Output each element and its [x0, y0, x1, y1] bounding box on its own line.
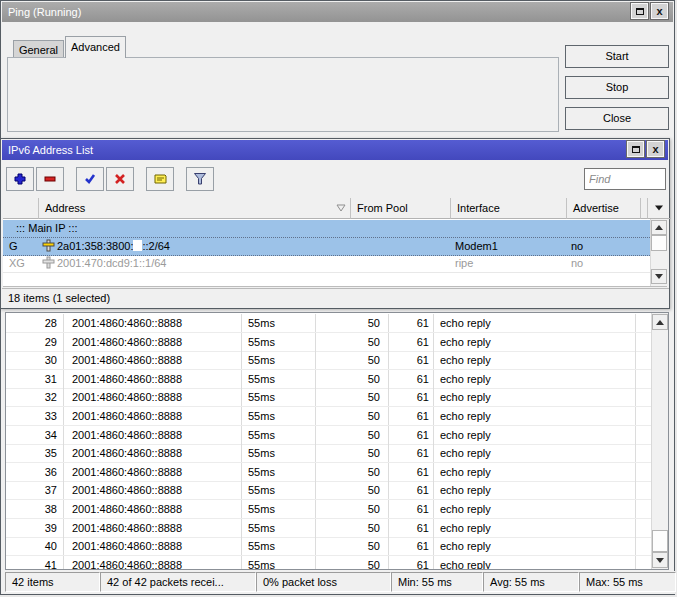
close-button[interactable]: x: [651, 3, 668, 19]
from-pool-cell: [351, 238, 451, 255]
ping-status-cell: echo reply: [434, 407, 636, 425]
scroll-up-icon: [656, 320, 664, 325]
disable-button[interactable]: [106, 167, 134, 191]
address-comment-row[interactable]: ::: Main IP :::: [3, 220, 650, 238]
ping-host-cell: 2001:4860:4860::8888: [64, 519, 242, 537]
status-max: Max: 55 ms: [579, 572, 676, 592]
ping-time-cell: 55ms: [242, 370, 316, 388]
ping-ttl-cell: 61: [389, 426, 434, 444]
flags-column-header[interactable]: [3, 198, 39, 219]
ipv6-titlebar[interactable]: IPv6 Address List: [2, 140, 668, 160]
tab-panel: [7, 57, 559, 132]
remove-button[interactable]: [36, 167, 64, 191]
enable-button[interactable]: [76, 167, 104, 191]
address-column-header[interactable]: Address: [39, 198, 351, 219]
ping-result-row[interactable]: 372001:4860:4860::888855ms5061echo reply: [6, 481, 652, 500]
ping-seq-cell: 31: [6, 370, 64, 388]
ping-status-cell: echo reply: [434, 426, 636, 444]
ping-status-cell: echo reply: [434, 333, 636, 351]
ping-result-row[interactable]: 402001:4860:4860::888855ms5061echo reply: [6, 537, 652, 556]
ping-status-cell: echo reply: [434, 388, 636, 406]
ping-time-cell: 55ms: [242, 556, 316, 570]
ping-host-cell: 2001:4860:4860::8888: [64, 556, 242, 570]
ping-empty-cell: [636, 463, 652, 481]
ping-seq-cell: 37: [6, 481, 64, 499]
ping-ttl-cell: 61: [389, 333, 434, 351]
ping-empty-cell: [636, 351, 652, 369]
address-row[interactable]: G2a01:358:3800:::2/64Modem1no: [3, 238, 650, 256]
ping-host-cell: 2001:4860:4860::8888: [64, 426, 242, 444]
ping-empty-cell: [636, 314, 652, 332]
scroll-up-button[interactable]: [652, 314, 668, 330]
find-input[interactable]: [584, 168, 666, 190]
filter-button[interactable]: [186, 167, 214, 191]
ping-result-row[interactable]: 322001:4860:4860::888855ms5061echo reply: [6, 388, 652, 407]
tab-general[interactable]: General: [13, 40, 64, 58]
ping-time-cell: 55ms: [242, 426, 316, 444]
ping-result-row[interactable]: 362001:4860:4860::888855ms5061echo reply: [6, 463, 652, 482]
start-button[interactable]: Start: [565, 45, 669, 68]
ping-seq-cell: 30: [6, 351, 64, 369]
scroll-down-button[interactable]: [652, 552, 668, 568]
interface-column-header[interactable]: Interface: [451, 198, 567, 219]
ipv6-status-text: 18 items (1 selected): [2, 288, 669, 308]
ping-host-cell: 2001:4860:4860::8888: [64, 333, 242, 351]
ping-result-row[interactable]: 312001:4860:4860::888855ms5061echo reply: [6, 370, 652, 389]
check-icon: [83, 172, 97, 186]
address-row[interactable]: XG2001:470:dcd9:1::1/64ripeno: [3, 255, 650, 273]
ping-result-row[interactable]: 342001:4860:4860::888855ms5061echo reply: [6, 426, 652, 445]
ping-titlebar[interactable]: Ping (Running): [2, 2, 673, 22]
ping-ttl-cell: 61: [389, 481, 434, 499]
scroll-up-button[interactable]: [651, 220, 667, 235]
ping-result-row[interactable]: 392001:4860:4860::888855ms5061echo reply: [6, 519, 652, 538]
ping-result-row[interactable]: 302001:4860:4860::888855ms5061echo reply: [6, 351, 652, 370]
advertise-cell: no: [567, 238, 641, 255]
ipv6-close-button[interactable]: x: [647, 141, 664, 157]
scrollbar-thumb[interactable]: [652, 530, 668, 552]
ping-result-row[interactable]: 292001:4860:4860::888855ms5061echo reply: [6, 333, 652, 352]
ping-time-cell: 55ms: [242, 388, 316, 406]
ping-size-cell: 50: [316, 500, 389, 518]
ping-empty-cell: [636, 537, 652, 555]
close-action-button[interactable]: Close: [565, 107, 669, 130]
ping-size-cell: 50: [316, 333, 389, 351]
status-packet-loss: 0% packet loss: [256, 572, 391, 592]
ping-status-cell: echo reply: [434, 463, 636, 481]
comment-button[interactable]: [146, 167, 174, 191]
add-button[interactable]: [6, 167, 34, 191]
ping-ttl-cell: 61: [389, 388, 434, 406]
ping-size-cell: 50: [316, 388, 389, 406]
address-text: 2001:470:dcd9:1::1/64: [57, 257, 166, 269]
ping-empty-cell: [636, 370, 652, 388]
column-menu-button[interactable]: [648, 198, 671, 219]
ping-result-row[interactable]: 282001:4860:4860::888855ms5061echo reply: [6, 314, 652, 333]
ping-result-row[interactable]: 332001:4860:4860::888855ms5061echo reply: [6, 407, 652, 426]
scroll-down-button[interactable]: [651, 269, 667, 284]
ping-results-scrollbar[interactable]: [651, 313, 668, 569]
advertise-column-header[interactable]: Advertise: [567, 198, 641, 219]
ping-empty-cell: [636, 519, 652, 537]
stop-button[interactable]: Stop: [565, 76, 669, 99]
ping-result-row[interactable]: 412001:4860:4860::888855ms5061echo reply: [6, 556, 652, 570]
tab-advanced[interactable]: Advanced: [65, 36, 126, 58]
ping-host-cell: 2001:4860:4860::8888: [64, 314, 242, 332]
ping-empty-cell: [636, 407, 652, 425]
maximize-button[interactable]: [631, 3, 648, 19]
from-pool-column-header[interactable]: From Pool: [351, 198, 451, 219]
ping-empty-cell: [636, 500, 652, 518]
address-list-scrollbar[interactable]: [650, 219, 667, 286]
ping-result-row[interactable]: 382001:4860:4860::888855ms5061echo reply: [6, 500, 652, 519]
ping-empty-cell: [636, 481, 652, 499]
ping-seq-cell: 28: [6, 314, 64, 332]
status-min: Min: 55 ms: [391, 572, 483, 592]
scrollbar-thumb[interactable]: [651, 235, 667, 251]
ping-ttl-cell: 61: [389, 444, 434, 462]
ping-result-row[interactable]: 352001:4860:4860::888855ms5061echo reply: [6, 444, 652, 463]
ping-size-cell: 50: [316, 444, 389, 462]
chevron-down-icon: [654, 204, 664, 212]
ping-ttl-cell: 61: [389, 370, 434, 388]
note-icon: [153, 172, 168, 186]
ping-size-cell: 50: [316, 426, 389, 444]
ping-status-bar: 42 items42 of 42 packets recei...0% pack…: [2, 571, 675, 594]
ipv6-maximize-button[interactable]: [627, 141, 644, 157]
